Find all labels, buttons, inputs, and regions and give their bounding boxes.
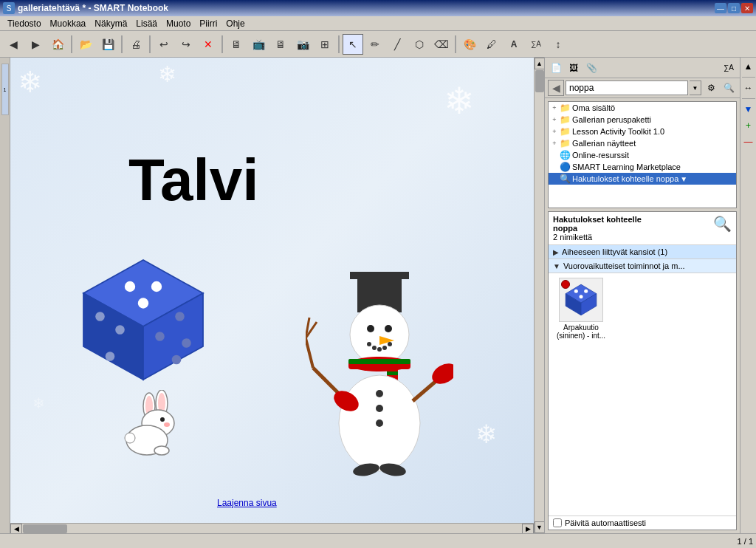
scroll-down-button[interactable]: ▼ (535, 521, 545, 533)
tree-item-naytteet[interactable]: + 📁 Gallerian näytteet (549, 137, 736, 149)
snowflake-3: ❄ (444, 80, 475, 123)
svg-point-31 (376, 405, 383, 412)
menu-tiedosto[interactable]: Tiedosto (3, 17, 46, 30)
tree-item-hakutulokset[interactable]: 🔍 Hakutulokset kohteelle noppa ▼ (549, 173, 736, 185)
ri-add-button[interactable]: + (741, 118, 756, 133)
hscroll-right-button[interactable]: ▶ (522, 524, 534, 534)
menu-muokkaa[interactable]: Muokkaa (46, 17, 91, 30)
ri-up-button[interactable]: ▲ (741, 59, 756, 74)
svg-point-57 (584, 290, 588, 293)
table-button[interactable]: ⊞ (315, 34, 335, 55)
slide-thumb[interactable]: 1 (1, 64, 9, 115)
ri-expand-button[interactable]: ↔ (741, 81, 756, 95)
results-cat-2-label: Vuorovaikutteiset toiminnot ja m... (563, 261, 685, 270)
expand-button[interactable]: ↕ (548, 34, 568, 55)
search-dropdown-button[interactable]: ▼ (690, 81, 701, 95)
page-indicator: 1 / 1 (738, 537, 753, 546)
svg-point-48 (160, 417, 165, 422)
print-button[interactable]: 🖨 (126, 34, 146, 55)
svg-point-9 (175, 312, 185, 321)
expand-page-link[interactable]: Laajenna sivua (217, 498, 277, 508)
svg-rect-13 (350, 272, 409, 279)
search-settings-button[interactable]: ⚙ (703, 80, 719, 96)
undo-button[interactable]: ↩ (154, 34, 174, 55)
scroll-track[interactable] (535, 69, 545, 521)
save-button[interactable]: 💾 (97, 34, 118, 55)
forward-button[interactable]: ▶ (25, 34, 46, 55)
blue-die (77, 253, 210, 386)
svg-point-10 (155, 332, 165, 341)
menu-ohje[interactable]: Ohje (221, 17, 249, 30)
monitor-button[interactable]: 🖥 (270, 34, 291, 55)
delete-indicator (561, 280, 570, 289)
search-result-icon: 🔍 (559, 174, 571, 184)
folder-icon-2: 📁 (559, 114, 571, 125)
triangle-right-icon: ▶ (553, 248, 559, 256)
menu-nakymaa[interactable]: Näkymä (90, 17, 131, 30)
dropdown-arrow-icon: ▼ (680, 175, 687, 183)
tree-item-oma[interactable]: + 📁 Oma sisältö (549, 102, 736, 114)
tree-item-lesson[interactable]: + 📁 Lesson Activity Toolkit 1.0 (549, 126, 736, 137)
auto-update-checkbox[interactable] (553, 518, 562, 527)
select-button[interactable]: ↖ (343, 34, 363, 55)
tree-item-galleria[interactable]: + 📁 Gallerian peruspaketti (549, 114, 736, 126)
hscroll-track[interactable] (22, 524, 522, 534)
gallery-math-button[interactable]: ∑A (721, 60, 737, 76)
tree-item-online[interactable]: 🌐 Online-resurssit (549, 149, 736, 161)
redo-button[interactable]: ↪ (176, 34, 196, 55)
ri-separator-1 (742, 77, 755, 78)
search-go-button[interactable]: 🔍 (721, 80, 737, 96)
home-button[interactable]: 🏠 (47, 34, 68, 55)
eraser-button[interactable]: ⌫ (431, 34, 452, 55)
menu-piirri[interactable]: Piirri (195, 17, 221, 30)
svg-point-7 (115, 325, 125, 335)
highlight-button[interactable]: 🖊 (481, 34, 502, 55)
ri-remove-button[interactable]: — (741, 134, 756, 149)
pen-button[interactable]: ✏ (365, 34, 385, 55)
svg-point-4 (151, 281, 162, 292)
svg-point-58 (580, 295, 583, 298)
svg-point-20 (372, 346, 377, 350)
back-button[interactable]: ◀ (3, 34, 24, 55)
math-button[interactable]: ∑A (526, 34, 546, 55)
open-button[interactable]: 📂 (75, 34, 96, 55)
camera-button[interactable]: 📷 (292, 34, 313, 55)
hscroll-left-button[interactable]: ◀ (10, 524, 22, 534)
scroll-up-button[interactable]: ▲ (535, 58, 545, 69)
gallery-new-button[interactable]: 📄 (548, 60, 564, 76)
fill-button[interactable]: 🎨 (459, 34, 480, 55)
search-back-button[interactable]: ◀ (548, 80, 564, 96)
results-category-2[interactable]: ▼ Vuorovaikutteiset toiminnot ja m... (549, 259, 736, 273)
screen-button[interactable]: 🖥 (226, 34, 247, 55)
results-panel: Hakutulokset kohteelle noppa 2 nimikettä… (548, 211, 737, 530)
svg-line-34 (306, 338, 313, 368)
svg-point-23 (388, 342, 392, 346)
svg-point-56 (574, 290, 578, 293)
results-category-1[interactable]: ▶ Aiheeseen liittyvät kansiot (1) (549, 245, 736, 259)
toolbar-separator-5 (338, 35, 340, 53)
search-input[interactable] (566, 81, 688, 95)
menu-muoto[interactable]: Muoto (162, 17, 195, 30)
scroll-thumb[interactable] (535, 70, 544, 92)
results-header: Hakutulokset kohteelle noppa 2 nimikettä… (549, 212, 736, 245)
snowflake-2: ❄ (158, 61, 176, 87)
display-button[interactable]: 📺 (248, 34, 269, 55)
delete-button[interactable]: ✕ (198, 34, 219, 55)
line-button[interactable]: ╱ (387, 34, 408, 55)
maximize-button[interactable]: □ (728, 3, 740, 13)
tree-expand-icon-6 (550, 162, 559, 171)
result-item-1[interactable]: Arpakuutio(sininen) - int... (551, 276, 611, 513)
ri-down-arrow[interactable]: ▼ (741, 102, 756, 117)
gallery-attach-button[interactable]: 📎 (583, 60, 599, 76)
close-button[interactable]: ✕ (741, 3, 753, 13)
slide-canvas[interactable]: ❄ ❄ ❄ ❄ ❄ Talvi (10, 58, 534, 523)
hscroll-thumb[interactable] (23, 524, 67, 533)
menu-lisaa[interactable]: Lisää (131, 17, 162, 30)
text-button[interactable]: A (504, 34, 524, 55)
window-controls: — □ ✕ (715, 3, 753, 13)
minimize-button[interactable]: — (715, 3, 726, 13)
shape-button[interactable]: ⬡ (409, 34, 430, 55)
gallery-image-button[interactable]: 🖼 (566, 60, 582, 76)
svg-point-11 (182, 338, 191, 348)
tree-item-smart[interactable]: 🔵 SMART Learning Marketplace (549, 161, 736, 173)
